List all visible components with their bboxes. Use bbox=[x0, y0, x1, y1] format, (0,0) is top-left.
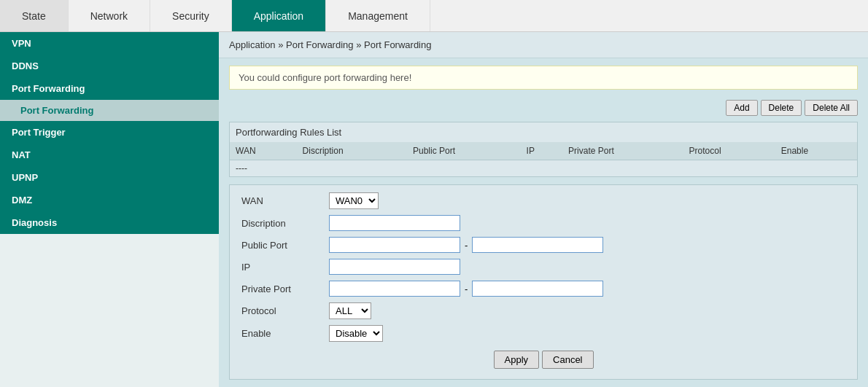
public-port-start-input[interactable] bbox=[329, 237, 460, 253]
col-ip: IP bbox=[521, 142, 562, 160]
enable-select[interactable]: Disable Enable bbox=[329, 325, 383, 342]
add-button[interactable]: Add bbox=[726, 100, 757, 116]
col-description: Discription bbox=[297, 142, 407, 160]
nav-spacer bbox=[430, 0, 868, 31]
private-port-end-input[interactable] bbox=[472, 281, 603, 297]
nav-network[interactable]: Network bbox=[69, 0, 150, 31]
enable-control: Disable Enable bbox=[329, 325, 383, 342]
layout: VPN DDNS Port Forwarding Port Forwarding… bbox=[0, 32, 868, 387]
public-port-control: - bbox=[329, 237, 603, 253]
rules-table-section: Portforwarding Rules List WAN Discriptio… bbox=[229, 122, 858, 177]
form-row-enable: Enable Disable Enable bbox=[241, 325, 845, 342]
form-row-wan: WAN WAN0 WAN1 bbox=[241, 192, 845, 209]
cancel-button[interactable]: Cancel bbox=[542, 351, 593, 369]
description-label: Discription bbox=[241, 218, 329, 229]
form-section: WAN WAN0 WAN1 Discription Public Port bbox=[229, 184, 858, 380]
table-header-row: WAN Discription Public Port IP Private P… bbox=[230, 142, 857, 160]
wan-control: WAN0 WAN1 bbox=[329, 192, 379, 209]
sidebar-item-dmz[interactable]: DMZ bbox=[0, 189, 219, 211]
rules-table: WAN Discription Public Port IP Private P… bbox=[230, 142, 857, 176]
public-port-dash: - bbox=[465, 240, 468, 251]
enable-label: Enable bbox=[241, 328, 329, 339]
nav-application[interactable]: Application bbox=[232, 0, 327, 31]
sidebar-item-vpn[interactable]: VPN bbox=[0, 32, 219, 55]
form-row-protocol: Protocol ALL TCP UDP bbox=[241, 302, 845, 319]
top-nav: State Network Security Application Manag… bbox=[0, 0, 868, 32]
private-port-control: - bbox=[329, 281, 603, 297]
private-port-dash: - bbox=[465, 284, 468, 294]
wan-label: WAN bbox=[241, 195, 329, 206]
private-port-label: Private Port bbox=[241, 284, 329, 294]
col-protocol: Protocol bbox=[683, 142, 775, 160]
delete-button[interactable]: Delete bbox=[761, 100, 802, 116]
description-input[interactable] bbox=[329, 215, 460, 231]
sidebar-item-ddns[interactable]: DDNS bbox=[0, 55, 219, 77]
protocol-select[interactable]: ALL TCP UDP bbox=[329, 302, 371, 319]
public-port-label: Public Port bbox=[241, 240, 329, 251]
protocol-label: Protocol bbox=[241, 305, 329, 316]
table-empty-row: ---- bbox=[230, 160, 857, 177]
sidebar-item-nat[interactable]: NAT bbox=[0, 144, 219, 166]
public-port-end-input[interactable] bbox=[472, 237, 603, 253]
protocol-control: ALL TCP UDP bbox=[329, 302, 371, 319]
action-row: Add Delete Delete All bbox=[219, 97, 868, 119]
sidebar-item-port-forwarding[interactable]: Port Forwarding bbox=[0, 77, 219, 100]
private-port-start-input[interactable] bbox=[329, 281, 460, 297]
description-control bbox=[329, 215, 460, 231]
form-row-public-port: Public Port - bbox=[241, 237, 845, 253]
col-enable: Enable bbox=[775, 142, 857, 160]
form-row-private-port: Private Port - bbox=[241, 281, 845, 297]
nav-state[interactable]: State bbox=[0, 0, 69, 31]
form-buttons: Apply Cancel bbox=[241, 351, 845, 369]
empty-cell: ---- bbox=[230, 160, 297, 177]
wan-select[interactable]: WAN0 WAN1 bbox=[329, 192, 379, 209]
ip-control bbox=[329, 259, 460, 275]
ip-label: IP bbox=[241, 262, 329, 273]
nav-security[interactable]: Security bbox=[150, 0, 232, 31]
sidebar-item-port-trigger[interactable]: Port Trigger bbox=[0, 121, 219, 144]
breadcrumb: Application » Port Forwarding » Port For… bbox=[219, 32, 868, 58]
sidebar: VPN DDNS Port Forwarding Port Forwarding… bbox=[0, 32, 219, 387]
table-title: Portforwarding Rules List bbox=[230, 122, 857, 142]
ip-input[interactable] bbox=[329, 259, 460, 275]
form-row-ip: IP bbox=[241, 259, 845, 275]
col-public-port: Public Port bbox=[407, 142, 521, 160]
col-wan: WAN bbox=[230, 142, 297, 160]
main-content: Application » Port Forwarding » Port For… bbox=[219, 32, 868, 387]
sidebar-item-port-forwarding-sub[interactable]: Port Forwarding bbox=[0, 100, 219, 121]
apply-button[interactable]: Apply bbox=[494, 351, 540, 369]
sidebar-item-upnp[interactable]: UPNP bbox=[0, 166, 219, 189]
nav-management[interactable]: Management bbox=[326, 0, 430, 31]
info-box: You could configure port forwarding here… bbox=[229, 66, 858, 90]
sidebar-item-diagnosis[interactable]: Diagnosis bbox=[0, 211, 219, 234]
col-private-port: Private Port bbox=[562, 142, 683, 160]
delete-all-button[interactable]: Delete All bbox=[805, 100, 858, 116]
form-row-description: Discription bbox=[241, 215, 845, 231]
